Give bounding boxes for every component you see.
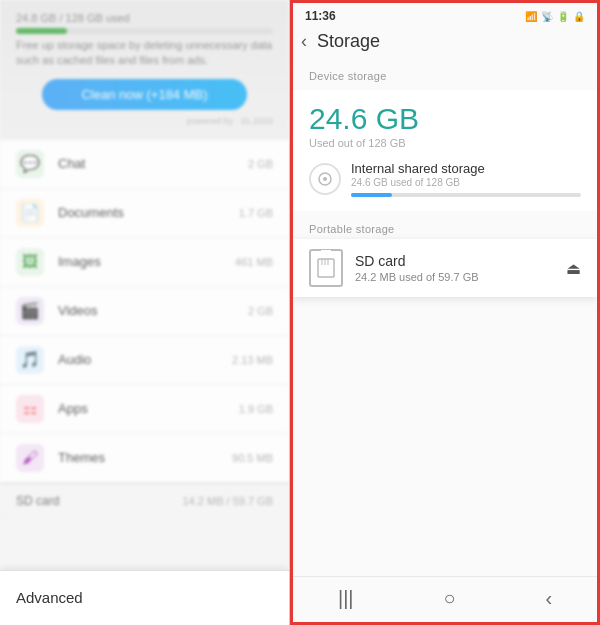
category-list: 💬 Chat 2 GB 📄 Documents 1.7 GB 🖼 Images … (0, 140, 289, 483)
sd-card-info: SD card 24.2 MB used of 59.7 GB (355, 253, 554, 283)
left-panel: 24.8 GB / 128 GB used Free up storage sp… (0, 0, 290, 625)
home-nav-icon[interactable]: ○ (443, 587, 455, 610)
list-item[interactable]: 💬 Chat 2 GB (0, 140, 289, 189)
storage-bar-label: 24.8 GB / 128 GB used (16, 12, 273, 24)
videos-icon: 🎬 (16, 297, 44, 325)
toolbar: ‹ Storage (293, 25, 597, 60)
category-name: Apps (58, 401, 239, 416)
free-up-text: Free up storage space by deleting unnece… (16, 38, 273, 69)
device-storage-label: Device storage (293, 60, 597, 86)
eject-icon[interactable]: ⏏ (566, 259, 581, 278)
sd-card-row[interactable]: SD card 14.2 MB / 59.7 GB (0, 483, 289, 518)
list-item[interactable]: 🎵 Audio 2.13 MB (0, 336, 289, 385)
internal-storage-row[interactable]: Internal shared storage 24.6 GB used of … (309, 161, 581, 197)
category-size: 90.5 MB (232, 452, 273, 464)
back-nav-icon[interactable]: ‹ (545, 587, 552, 610)
list-item[interactable]: 🎬 Videos 2 GB (0, 287, 289, 336)
svg-rect-2 (318, 259, 334, 277)
sd-card-size: 14.2 MB / 59.7 GB (183, 495, 274, 507)
storage-used-label: Used out of 128 GB (309, 137, 581, 149)
nav-bar: ||| ○ ‹ (293, 576, 597, 622)
internal-info: Internal shared storage 24.6 GB used of … (351, 161, 581, 197)
battery-icon: 🔋 (557, 11, 569, 22)
status-time: 11:36 (305, 9, 336, 23)
category-name: Images (58, 254, 235, 269)
themes-icon: 🖌 (16, 444, 44, 472)
svg-point-1 (323, 177, 327, 181)
page-title: Storage (317, 31, 380, 52)
category-name: Chat (58, 156, 248, 171)
internal-storage-name: Internal shared storage (351, 161, 581, 176)
audio-icon: 🎵 (16, 346, 44, 374)
category-size: 2 GB (248, 158, 273, 170)
wifi-icon: 📶 (525, 11, 537, 22)
content-area: Device storage 24.6 GB Used out of 128 G… (293, 60, 597, 576)
category-size: 2.13 MB (232, 354, 273, 366)
category-name: Audio (58, 352, 232, 367)
powered-text: powered by · 31.2020 (16, 116, 273, 126)
device-storage-card: 24.6 GB Used out of 128 GB Internal shar… (293, 90, 597, 211)
advanced-bar[interactable]: Advanced (0, 570, 289, 625)
apps-icon: ⚏ (16, 395, 44, 423)
menu-nav-icon[interactable]: ||| (338, 587, 354, 610)
storage-bar-fill (16, 28, 67, 34)
sd-card-notch (321, 250, 331, 256)
right-panel: 11:36 📶 📡 🔋 🔒 ‹ Storage Device storage 2… (290, 0, 600, 625)
category-name: Documents (58, 205, 239, 220)
internal-progress-bg (351, 193, 581, 197)
list-item[interactable]: 📄 Documents 1.7 GB (0, 189, 289, 238)
category-size: 461 MB (235, 256, 273, 268)
category-size: 2 GB (248, 305, 273, 317)
category-size: 1.9 GB (239, 403, 273, 415)
internal-storage-used: 24.6 GB used of 128 GB (351, 177, 581, 188)
chat-icon: 💬 (16, 150, 44, 178)
back-button[interactable]: ‹ (301, 31, 307, 52)
lock-icon: 🔒 (573, 11, 585, 22)
advanced-label: Advanced (16, 589, 83, 606)
docs-icon: 📄 (16, 199, 44, 227)
images-icon: 🖼 (16, 248, 44, 276)
sd-card-used: 24.2 MB used of 59.7 GB (355, 271, 554, 283)
sd-card-label: SD card (16, 494, 183, 508)
category-size: 1.7 GB (239, 207, 273, 219)
sd-card-card[interactable]: SD card 24.2 MB used of 59.7 GB ⏏ (293, 239, 597, 297)
sd-card-name: SD card (355, 253, 554, 269)
list-item[interactable]: ⚏ Apps 1.9 GB (0, 385, 289, 434)
status-bar: 11:36 📶 📡 🔋 🔒 (293, 3, 597, 25)
status-icons: 📶 📡 🔋 🔒 (525, 11, 585, 22)
list-item[interactable]: 🖼 Images 461 MB (0, 238, 289, 287)
category-name: Videos (58, 303, 248, 318)
category-name: Themes (58, 450, 232, 465)
list-item[interactable]: 🖌 Themes 90.5 MB (0, 434, 289, 483)
storage-bar-bg (16, 28, 273, 34)
clean-now-button[interactable]: Clean now (+184 MB) (42, 79, 248, 110)
sd-card-icon (309, 249, 343, 287)
signal-icon: 📡 (541, 11, 553, 22)
storage-amount: 24.6 GB (309, 102, 581, 135)
portable-section-label: Portable storage (293, 211, 597, 239)
left-top-section: 24.8 GB / 128 GB used Free up storage sp… (0, 0, 289, 140)
internal-storage-icon (309, 163, 341, 195)
internal-progress-fill (351, 193, 392, 197)
